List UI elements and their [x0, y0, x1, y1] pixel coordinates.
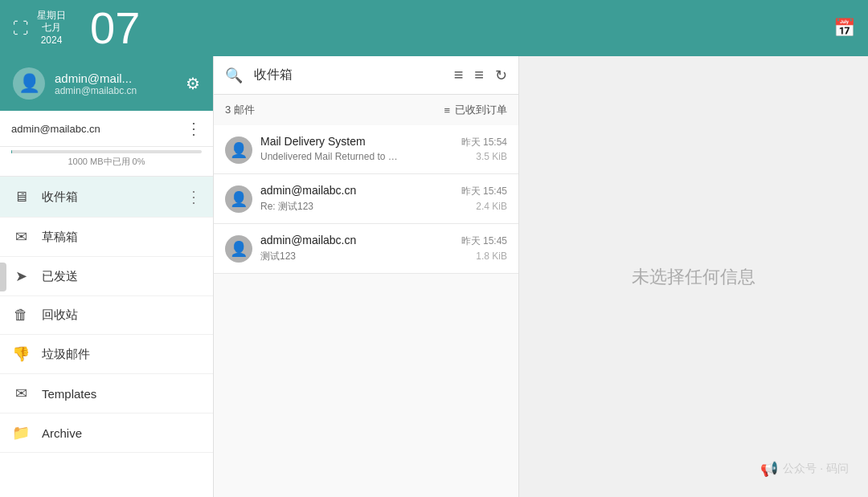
email-time-3: 昨天 15:45	[461, 234, 507, 248]
account-row-more-icon[interactable]: ⋮	[186, 119, 202, 138]
watermark: 📢 公众号 · 码问	[760, 460, 849, 478]
email-subheader: 3 邮件 ≡ 已收到订单	[214, 95, 518, 125]
account-email-sub: admin@mailabc.cn	[55, 85, 176, 96]
email-subject-1: Undelivered Mail Returned to …	[260, 151, 469, 162]
watermark-text: 公众号 · 码问	[783, 462, 849, 476]
email-content-3: admin@mailabc.cn 昨天 15:45 测试123 1.8 KiB	[260, 234, 507, 263]
email-item-2[interactable]: 👤 admin@mailabc.cn 昨天 15:45 Re: 测试123 2.…	[214, 174, 518, 224]
trash-icon: 🗑	[11, 307, 31, 324]
year-label: 2024	[41, 35, 63, 47]
email-size-1: 3.5 KiB	[476, 151, 507, 162]
folder-label: 收件箱	[254, 67, 443, 84]
sidebar: 👤 admin@mail... admin@mailabc.cn ⚙ admin…	[0, 56, 214, 497]
account-info: admin@mail... admin@mailabc.cn	[55, 71, 176, 96]
filter2-icon[interactable]: ≡	[474, 66, 484, 84]
nav-item-templates[interactable]: ✉ Templates	[0, 374, 213, 413]
month-label: 七月	[42, 22, 61, 35]
storage-label: 1000 MB中已用 0%	[11, 156, 202, 168]
account-section: 👤 admin@mail... admin@mailabc.cn ⚙	[0, 56, 213, 111]
date-block: 星期日 七月 2024	[37, 10, 66, 47]
refresh-icon[interactable]: ↻	[495, 67, 507, 84]
avatar: 👤	[13, 67, 45, 100]
email-subject-2: Re: 测试123	[260, 200, 469, 214]
sort-label: 已收到订单	[455, 103, 507, 117]
day-number: 07	[90, 6, 140, 51]
settings-icon[interactable]: ⚙	[186, 74, 200, 93]
archive-icon: 📁	[11, 424, 31, 442]
email-sort-control[interactable]: ≡ 已收到订单	[444, 103, 507, 117]
storage-bar-track	[11, 150, 202, 153]
nav-item-drafts[interactable]: ✉ 草稿箱	[0, 218, 213, 257]
avatar-icon-1: 👤	[230, 141, 248, 159]
weekday-label: 星期日	[37, 10, 66, 22]
app-header: ⛶ 星期日 七月 2024 07 📅	[0, 0, 868, 56]
email-subject-3: 测试123	[260, 250, 469, 263]
email-sender-1: Mail Delivery System	[260, 135, 366, 148]
email-sender-2: admin@mailabc.cn	[260, 184, 356, 197]
header-left: ⛶ 星期日 七月 2024 07	[13, 6, 140, 51]
account-row-email: admin@mailabc.cn	[11, 123, 100, 135]
nav-item-trash[interactable]: 🗑 回收站	[0, 296, 213, 335]
nav-label-templates: Templates	[42, 387, 202, 401]
storage-section: 1000 MB中已用 0%	[0, 147, 213, 177]
nav-item-sent[interactable]: ➤ 已发送	[0, 257, 213, 296]
filter1-icon[interactable]: ≡	[454, 66, 464, 84]
nav-item-inbox[interactable]: 🖥 收件箱 ⋮	[0, 177, 213, 218]
email-time-2: 昨天 15:45	[461, 185, 507, 198]
spam-icon: 👎	[11, 345, 31, 363]
email-sender-3: admin@mailabc.cn	[260, 234, 356, 246]
nav-label-spam: 垃圾邮件	[42, 347, 202, 362]
no-message-text: 未选择任何信息	[632, 265, 755, 289]
nav-label-drafts: 草稿箱	[42, 230, 202, 245]
search-icon[interactable]: 🔍	[225, 67, 243, 84]
email-item-3[interactable]: 👤 admin@mailabc.cn 昨天 15:45 测试123 1.8 Ki…	[214, 224, 518, 274]
nav-label-archive: Archive	[42, 426, 202, 440]
email-content-1: Mail Delivery System 昨天 15:54 Undelivere…	[260, 135, 507, 162]
account-email-main: admin@mail...	[55, 71, 176, 85]
avatar-3: 👤	[225, 235, 252, 263]
avatar-icon-2: 👤	[230, 190, 248, 208]
avatar-1: 👤	[225, 136, 252, 164]
sidebar-collapse-button[interactable]: ‹	[0, 263, 6, 291]
avatar-icon-3: 👤	[230, 240, 248, 258]
avatar-icon: 👤	[18, 73, 40, 94]
inbox-more-icon[interactable]: ⋮	[186, 187, 202, 206]
nav-item-archive[interactable]: 📁 Archive	[0, 413, 213, 453]
account-row: admin@mailabc.cn ⋮	[0, 111, 213, 147]
email-size-2: 2.4 KiB	[476, 201, 507, 212]
nav-label-trash: 回收站	[42, 308, 202, 323]
drafts-icon: ✉	[11, 228, 31, 246]
email-count: 3 邮件	[225, 103, 255, 117]
email-time-1: 昨天 15:54	[461, 136, 507, 149]
calendar-icon[interactable]: 📅	[833, 18, 855, 39]
avatar-2: 👤	[225, 185, 252, 213]
nav-item-spam[interactable]: 👎 垃圾邮件	[0, 335, 213, 374]
watermark-icon: 📢	[760, 460, 778, 478]
email-content-2: admin@mailabc.cn 昨天 15:45 Re: 测试123 2.4 …	[260, 184, 507, 214]
detail-panel: 未选择任何信息 📢 公众号 · 码问	[519, 56, 868, 497]
nav-label-inbox: 收件箱	[42, 189, 174, 205]
inbox-icon: 🖥	[11, 189, 31, 206]
expand-icon[interactable]: ⛶	[13, 19, 29, 38]
sort-icon: ≡	[444, 104, 450, 116]
email-list-panel: 🔍 收件箱 ≡ ≡ ↻ 3 邮件 ≡ 已收到订单 👤 Mail Delivery…	[214, 56, 519, 497]
email-item-1[interactable]: 👤 Mail Delivery System 昨天 15:54 Undelive…	[214, 125, 518, 174]
templates-icon: ✉	[11, 385, 31, 402]
sent-icon: ➤	[11, 267, 31, 285]
email-size-3: 1.8 KiB	[476, 251, 507, 262]
email-toolbar: 🔍 收件箱 ≡ ≡ ↻	[214, 56, 518, 95]
nav-label-sent: 已发送	[42, 269, 202, 284]
main-layout: 👤 admin@mail... admin@mailabc.cn ⚙ admin…	[0, 56, 868, 497]
